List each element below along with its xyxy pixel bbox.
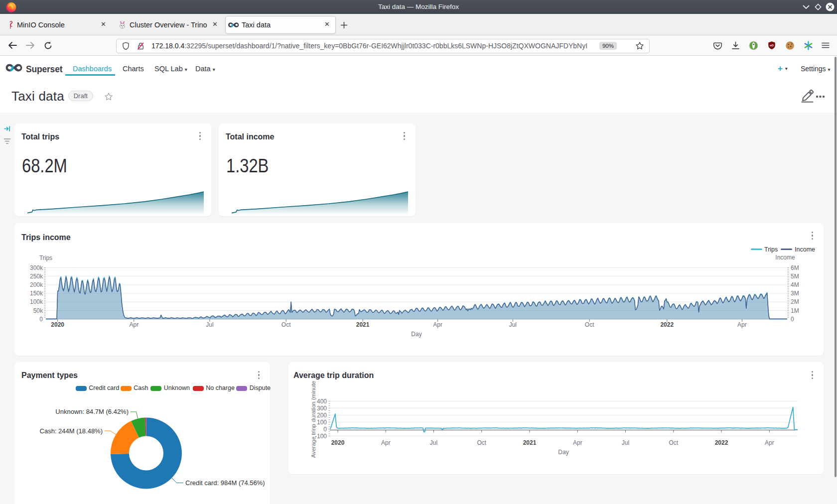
svg-text:Credit card: 984M (74.56%): Credit card: 984M (74.56%) bbox=[185, 479, 265, 487]
svg-text:Jul: Jul bbox=[206, 321, 213, 328]
svg-text:Cash: 244M (18.48%): Cash: 244M (18.48%) bbox=[40, 427, 103, 435]
svg-text:Oct: Oct bbox=[281, 321, 291, 328]
svg-text:2M: 2M bbox=[791, 298, 799, 305]
svg-text:Apr: Apr bbox=[573, 439, 582, 446]
svg-text:Day: Day bbox=[411, 331, 421, 338]
svg-text:200: 200 bbox=[317, 412, 327, 419]
svg-text:Oct: Oct bbox=[669, 439, 678, 446]
svg-text:Jul: Jul bbox=[622, 439, 629, 446]
svg-text:2022: 2022 bbox=[660, 321, 674, 328]
svg-text:0: 0 bbox=[791, 316, 794, 323]
svg-text:2022: 2022 bbox=[715, 439, 728, 446]
svg-text:2021: 2021 bbox=[523, 439, 537, 446]
svg-text:2020: 2020 bbox=[51, 321, 64, 328]
svg-text:Income: Income bbox=[775, 254, 795, 261]
svg-text:100: 100 bbox=[317, 419, 327, 426]
svg-text:5M: 5M bbox=[791, 273, 799, 280]
svg-text:4M: 4M bbox=[791, 281, 799, 288]
svg-text:400: 400 bbox=[317, 398, 327, 405]
svg-text:100k: 100k bbox=[30, 298, 43, 305]
svg-text:Day: Day bbox=[558, 449, 568, 456]
svg-text:300: 300 bbox=[317, 405, 327, 412]
svg-text:Jul: Jul bbox=[430, 439, 437, 446]
svg-text:Oct: Oct bbox=[585, 321, 594, 328]
svg-text:0: 0 bbox=[323, 426, 327, 433]
svg-text:Average trinp duration (minute: Average trinp duration (minute bbox=[310, 381, 316, 458]
svg-text:Apr: Apr bbox=[765, 439, 774, 446]
svg-text:Oct: Oct bbox=[477, 439, 486, 446]
svg-text:150k: 150k bbox=[30, 290, 43, 297]
svg-text:Apr: Apr bbox=[737, 321, 747, 328]
svg-text:-100: -100 bbox=[315, 433, 327, 440]
svg-text:2020: 2020 bbox=[331, 439, 345, 446]
svg-text:Jul: Jul bbox=[509, 321, 517, 328]
svg-text:50k: 50k bbox=[33, 307, 43, 314]
svg-text:6M: 6M bbox=[791, 264, 799, 271]
svg-text:Apr: Apr bbox=[433, 321, 442, 328]
svg-text:3M: 3M bbox=[791, 290, 799, 297]
svg-text:1M: 1M bbox=[791, 307, 799, 314]
svg-text:Apr: Apr bbox=[129, 321, 139, 328]
svg-text:Trips: Trips bbox=[39, 254, 52, 261]
svg-text:0: 0 bbox=[39, 316, 43, 323]
svg-text:Apr: Apr bbox=[381, 439, 391, 446]
svg-text:250k: 250k bbox=[30, 273, 43, 280]
svg-text:Unknown: 84.7M (6.42%): Unknown: 84.7M (6.42%) bbox=[55, 408, 129, 415]
svg-text:2021: 2021 bbox=[356, 321, 370, 328]
svg-text:200k: 200k bbox=[30, 281, 43, 288]
svg-text:300k: 300k bbox=[30, 264, 43, 271]
